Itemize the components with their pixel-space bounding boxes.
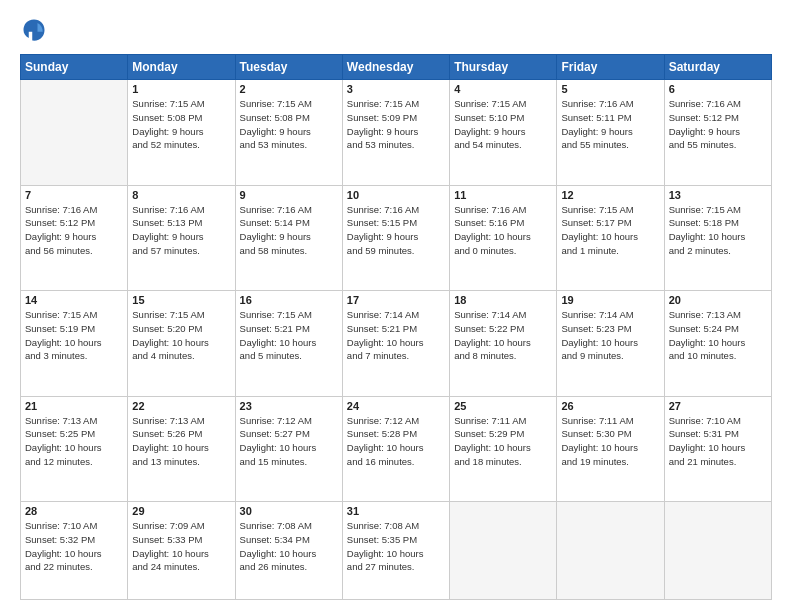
day-info: Sunrise: 7:10 AMSunset: 5:31 PMDaylight:… (669, 414, 767, 469)
day-number: 23 (240, 400, 338, 412)
calendar-day-cell (21, 80, 128, 186)
calendar-day-cell: 18Sunrise: 7:14 AMSunset: 5:22 PMDayligh… (450, 291, 557, 397)
calendar-week-row: 21Sunrise: 7:13 AMSunset: 5:25 PMDayligh… (21, 396, 772, 502)
day-info: Sunrise: 7:16 AMSunset: 5:16 PMDaylight:… (454, 203, 552, 258)
day-number: 15 (132, 294, 230, 306)
calendar-day-cell: 9Sunrise: 7:16 AMSunset: 5:14 PMDaylight… (235, 185, 342, 291)
day-of-week-header: Saturday (664, 55, 771, 80)
day-of-week-header: Sunday (21, 55, 128, 80)
logo (20, 16, 52, 44)
day-info: Sunrise: 7:12 AMSunset: 5:27 PMDaylight:… (240, 414, 338, 469)
calendar-day-cell: 1Sunrise: 7:15 AMSunset: 5:08 PMDaylight… (128, 80, 235, 186)
day-info: Sunrise: 7:13 AMSunset: 5:25 PMDaylight:… (25, 414, 123, 469)
day-number: 1 (132, 83, 230, 95)
day-number: 14 (25, 294, 123, 306)
day-number: 3 (347, 83, 445, 95)
calendar-day-cell: 4Sunrise: 7:15 AMSunset: 5:10 PMDaylight… (450, 80, 557, 186)
calendar-day-cell: 8Sunrise: 7:16 AMSunset: 5:13 PMDaylight… (128, 185, 235, 291)
calendar-day-cell: 2Sunrise: 7:15 AMSunset: 5:08 PMDaylight… (235, 80, 342, 186)
day-number: 19 (561, 294, 659, 306)
calendar-day-cell: 7Sunrise: 7:16 AMSunset: 5:12 PMDaylight… (21, 185, 128, 291)
day-info: Sunrise: 7:16 AMSunset: 5:14 PMDaylight:… (240, 203, 338, 258)
day-number: 25 (454, 400, 552, 412)
calendar-day-cell: 15Sunrise: 7:15 AMSunset: 5:20 PMDayligh… (128, 291, 235, 397)
page: SundayMondayTuesdayWednesdayThursdayFrid… (0, 0, 792, 612)
calendar-day-cell: 27Sunrise: 7:10 AMSunset: 5:31 PMDayligh… (664, 396, 771, 502)
day-info: Sunrise: 7:12 AMSunset: 5:28 PMDaylight:… (347, 414, 445, 469)
calendar-day-cell: 29Sunrise: 7:09 AMSunset: 5:33 PMDayligh… (128, 502, 235, 600)
calendar-day-cell: 17Sunrise: 7:14 AMSunset: 5:21 PMDayligh… (342, 291, 449, 397)
day-number: 24 (347, 400, 445, 412)
calendar-day-cell: 16Sunrise: 7:15 AMSunset: 5:21 PMDayligh… (235, 291, 342, 397)
days-of-week-row: SundayMondayTuesdayWednesdayThursdayFrid… (21, 55, 772, 80)
day-number: 28 (25, 505, 123, 517)
day-number: 2 (240, 83, 338, 95)
day-number: 7 (25, 189, 123, 201)
day-number: 4 (454, 83, 552, 95)
day-info: Sunrise: 7:14 AMSunset: 5:21 PMDaylight:… (347, 308, 445, 363)
calendar-week-row: 1Sunrise: 7:15 AMSunset: 5:08 PMDaylight… (21, 80, 772, 186)
calendar-day-cell: 12Sunrise: 7:15 AMSunset: 5:17 PMDayligh… (557, 185, 664, 291)
calendar-day-cell: 14Sunrise: 7:15 AMSunset: 5:19 PMDayligh… (21, 291, 128, 397)
calendar-day-cell: 25Sunrise: 7:11 AMSunset: 5:29 PMDayligh… (450, 396, 557, 502)
calendar-day-cell: 26Sunrise: 7:11 AMSunset: 5:30 PMDayligh… (557, 396, 664, 502)
calendar-day-cell: 31Sunrise: 7:08 AMSunset: 5:35 PMDayligh… (342, 502, 449, 600)
calendar-day-cell (664, 502, 771, 600)
day-info: Sunrise: 7:15 AMSunset: 5:18 PMDaylight:… (669, 203, 767, 258)
calendar-week-row: 7Sunrise: 7:16 AMSunset: 5:12 PMDaylight… (21, 185, 772, 291)
calendar-day-cell: 3Sunrise: 7:15 AMSunset: 5:09 PMDaylight… (342, 80, 449, 186)
day-info: Sunrise: 7:11 AMSunset: 5:30 PMDaylight:… (561, 414, 659, 469)
calendar-day-cell: 11Sunrise: 7:16 AMSunset: 5:16 PMDayligh… (450, 185, 557, 291)
header (20, 16, 772, 44)
calendar-day-cell: 10Sunrise: 7:16 AMSunset: 5:15 PMDayligh… (342, 185, 449, 291)
calendar-day-cell: 5Sunrise: 7:16 AMSunset: 5:11 PMDaylight… (557, 80, 664, 186)
day-info: Sunrise: 7:09 AMSunset: 5:33 PMDaylight:… (132, 519, 230, 574)
day-number: 12 (561, 189, 659, 201)
day-info: Sunrise: 7:15 AMSunset: 5:10 PMDaylight:… (454, 97, 552, 152)
day-number: 10 (347, 189, 445, 201)
day-number: 17 (347, 294, 445, 306)
calendar-day-cell: 28Sunrise: 7:10 AMSunset: 5:32 PMDayligh… (21, 502, 128, 600)
calendar-body: 1Sunrise: 7:15 AMSunset: 5:08 PMDaylight… (21, 80, 772, 600)
calendar-week-row: 28Sunrise: 7:10 AMSunset: 5:32 PMDayligh… (21, 502, 772, 600)
day-number: 22 (132, 400, 230, 412)
day-of-week-header: Monday (128, 55, 235, 80)
calendar-day-cell: 23Sunrise: 7:12 AMSunset: 5:27 PMDayligh… (235, 396, 342, 502)
day-info: Sunrise: 7:16 AMSunset: 5:12 PMDaylight:… (25, 203, 123, 258)
day-info: Sunrise: 7:14 AMSunset: 5:22 PMDaylight:… (454, 308, 552, 363)
calendar-table: SundayMondayTuesdayWednesdayThursdayFrid… (20, 54, 772, 600)
day-number: 26 (561, 400, 659, 412)
day-info: Sunrise: 7:16 AMSunset: 5:15 PMDaylight:… (347, 203, 445, 258)
day-info: Sunrise: 7:10 AMSunset: 5:32 PMDaylight:… (25, 519, 123, 574)
day-number: 8 (132, 189, 230, 201)
logo-icon (20, 16, 48, 44)
calendar-day-cell: 13Sunrise: 7:15 AMSunset: 5:18 PMDayligh… (664, 185, 771, 291)
day-info: Sunrise: 7:15 AMSunset: 5:17 PMDaylight:… (561, 203, 659, 258)
day-info: Sunrise: 7:08 AMSunset: 5:34 PMDaylight:… (240, 519, 338, 574)
day-info: Sunrise: 7:15 AMSunset: 5:08 PMDaylight:… (240, 97, 338, 152)
day-number: 31 (347, 505, 445, 517)
calendar-day-cell: 19Sunrise: 7:14 AMSunset: 5:23 PMDayligh… (557, 291, 664, 397)
day-info: Sunrise: 7:13 AMSunset: 5:26 PMDaylight:… (132, 414, 230, 469)
calendar-day-cell (450, 502, 557, 600)
day-info: Sunrise: 7:11 AMSunset: 5:29 PMDaylight:… (454, 414, 552, 469)
calendar-header: SundayMondayTuesdayWednesdayThursdayFrid… (21, 55, 772, 80)
day-number: 9 (240, 189, 338, 201)
calendar-day-cell: 20Sunrise: 7:13 AMSunset: 5:24 PMDayligh… (664, 291, 771, 397)
day-info: Sunrise: 7:15 AMSunset: 5:21 PMDaylight:… (240, 308, 338, 363)
calendar-day-cell: 22Sunrise: 7:13 AMSunset: 5:26 PMDayligh… (128, 396, 235, 502)
day-number: 21 (25, 400, 123, 412)
day-info: Sunrise: 7:16 AMSunset: 5:12 PMDaylight:… (669, 97, 767, 152)
day-number: 27 (669, 400, 767, 412)
day-info: Sunrise: 7:15 AMSunset: 5:08 PMDaylight:… (132, 97, 230, 152)
calendar-day-cell (557, 502, 664, 600)
day-info: Sunrise: 7:16 AMSunset: 5:13 PMDaylight:… (132, 203, 230, 258)
day-of-week-header: Tuesday (235, 55, 342, 80)
day-info: Sunrise: 7:15 AMSunset: 5:20 PMDaylight:… (132, 308, 230, 363)
day-of-week-header: Thursday (450, 55, 557, 80)
calendar-week-row: 14Sunrise: 7:15 AMSunset: 5:19 PMDayligh… (21, 291, 772, 397)
calendar-day-cell: 6Sunrise: 7:16 AMSunset: 5:12 PMDaylight… (664, 80, 771, 186)
day-number: 30 (240, 505, 338, 517)
day-number: 5 (561, 83, 659, 95)
day-of-week-header: Wednesday (342, 55, 449, 80)
